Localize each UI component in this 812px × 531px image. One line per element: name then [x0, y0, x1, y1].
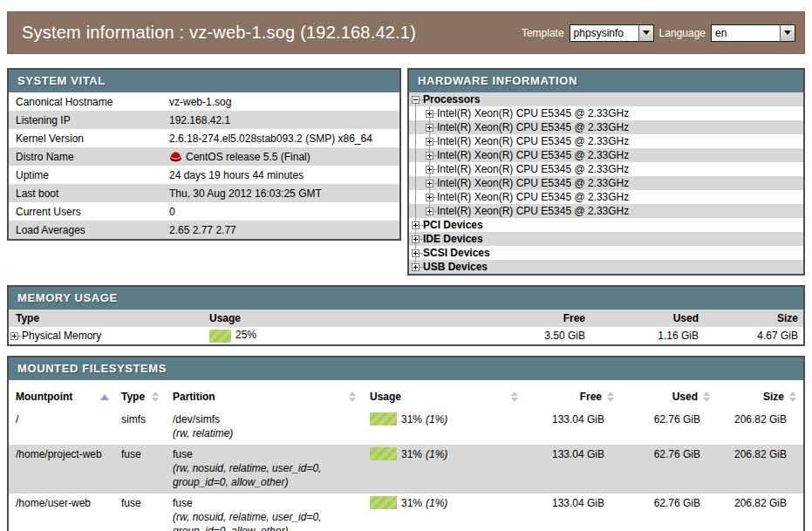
fs-partition: fuse — [173, 448, 193, 460]
tree-expand-icon[interactable] — [412, 263, 420, 271]
tree-item-pci-devices[interactable]: PCI Devices — [409, 218, 803, 232]
dropdown-arrow-icon[interactable] — [638, 25, 653, 41]
memory-panel: MEMORY USAGE Type Usage Free Used Size P… — [7, 285, 805, 346]
tree-expand-icon[interactable] — [426, 124, 433, 132]
tree-item-cpu[interactable]: Intel(R) Xeon(R) CPU E5345 @ 2.33GHz — [409, 204, 803, 218]
fs-mount-options: (rw, relatime) — [173, 427, 233, 439]
usage-bar — [370, 496, 397, 509]
fs-col-type[interactable]: Type — [114, 391, 166, 403]
filesystems-header-row: Mountpoint Type Partition Usage Free Use… — [9, 380, 803, 410]
fs-col-label: Free — [580, 391, 602, 403]
memory-col-type: Type — [9, 312, 209, 324]
tree-expand-icon[interactable] — [426, 180, 433, 187]
fs-used-value: 62.76 GiB — [621, 447, 717, 489]
tree-expand-icon[interactable] — [412, 249, 420, 257]
vital-value: 192.168.42.1 — [169, 114, 399, 126]
top-panels: SYSTEM VITAL Canonical Hostname vz-web-1… — [7, 68, 805, 276]
usage-inode-percent: (1%) — [426, 412, 447, 426]
filesystems-title: MOUNTED FILESYSTEMS — [9, 357, 803, 380]
tree-item-scsi-devices[interactable]: SCSI Devices — [409, 246, 803, 260]
fs-col-label: Size — [763, 391, 784, 403]
page-header: System information : vz-web-1.sog (192.1… — [7, 11, 805, 54]
tree-expand-icon[interactable] — [426, 110, 433, 118]
vital-label: Load Averages — [9, 224, 169, 236]
fs-col-usage[interactable]: Usage — [363, 391, 525, 403]
tree-item-cpu[interactable]: Intel(R) Xeon(R) CPU E5345 @ 2.33GHz — [409, 120, 803, 134]
cpu-label: Intel(R) Xeon(R) CPU E5345 @ 2.33GHz — [437, 107, 629, 119]
vital-label: Uptime — [9, 169, 169, 181]
tree-item-cpu[interactable]: Intel(R) Xeon(R) CPU E5345 @ 2.33GHz — [409, 148, 803, 162]
fs-used-value: 62.76 GiB — [621, 496, 717, 531]
sort-both-icon — [700, 391, 712, 402]
template-label: Template — [522, 27, 564, 39]
fs-partition-cell: fuse (rw, nosuid, relatime, user_id=0, g… — [166, 447, 363, 489]
tree-item-ide-devices[interactable]: IDE Devices — [409, 232, 803, 246]
fs-size-value: 206.82 GiB — [717, 447, 803, 489]
usage-inode-percent: (1%) — [426, 496, 447, 510]
vital-value: CentOS release 5.5 (Final) — [169, 151, 399, 163]
sort-both-icon — [604, 391, 616, 402]
fs-type: simfs — [114, 412, 166, 440]
tree-item-label: PCI Devices — [423, 219, 483, 231]
vital-value: vz-web-1.sog — [169, 96, 399, 108]
usage-percent: 31% — [401, 496, 422, 510]
memory-col-used: Used — [597, 312, 711, 324]
fs-size-value: 206.82 GiB — [717, 496, 803, 531]
tree-expand-icon[interactable] — [426, 152, 433, 160]
memory-size-value: 4.67 GiB — [711, 330, 803, 342]
tree-item-usb-devices[interactable]: USB Devices — [409, 260, 803, 274]
cpu-label: Intel(R) Xeon(R) CPU E5345 @ 2.33GHz — [437, 135, 629, 147]
usage-bar — [370, 447, 397, 460]
tree-expand-icon[interactable] — [412, 221, 420, 229]
tree-item-cpu[interactable]: Intel(R) Xeon(R) CPU E5345 @ 2.33GHz — [409, 134, 803, 148]
dropdown-arrow-icon[interactable] — [780, 25, 795, 41]
tree-expand-icon[interactable] — [426, 194, 433, 201]
vital-row: Kernel Version 2.6.18-274.el5.028stab093… — [9, 129, 399, 147]
cpu-label: Intel(R) Xeon(R) CPU E5345 @ 2.33GHz — [437, 121, 629, 133]
memory-used-value: 1.16 GiB — [597, 330, 711, 342]
usage-inode-percent: (1%) — [426, 447, 447, 461]
tree-expand-icon[interactable] — [412, 235, 420, 243]
template-select[interactable]: phpsysinfo — [570, 24, 654, 42]
vital-row: Distro Name CentOS release 5.5 (Final) — [9, 147, 399, 166]
tree-item-cpu[interactable]: Intel(R) Xeon(R) CPU E5345 @ 2.33GHz — [409, 106, 803, 120]
fs-col-label: Mountpoint — [16, 391, 72, 403]
usage-percent: 25% — [235, 329, 256, 341]
fs-partition: /dev/simfs — [173, 413, 220, 425]
tree-collapse-icon[interactable] — [412, 96, 420, 104]
fs-size-value: 206.82 GiB — [717, 412, 803, 440]
filesystems-panel: MOUNTED FILESYSTEMS Mountpoint Type Part… — [7, 356, 805, 531]
usage-percent: 31% — [401, 412, 422, 426]
fs-mountpoint: / — [9, 412, 114, 440]
tree-expand-icon[interactable] — [426, 208, 433, 215]
tree-item-label: Processors — [423, 93, 480, 106]
sort-both-icon — [149, 391, 160, 402]
fs-col-size[interactable]: Size — [717, 391, 803, 403]
language-label: Language — [659, 27, 706, 39]
tree-expand-icon[interactable] — [426, 138, 433, 146]
sort-asc-icon — [100, 394, 109, 400]
fs-mountpoint: /home/project-web — [9, 447, 114, 489]
language-select[interactable]: en — [711, 24, 795, 42]
tree-item-processors[interactable]: Processors — [409, 92, 803, 106]
fs-usage-cell: 31% (1%) — [363, 412, 525, 440]
distro-name: CentOS release 5.5 (Final) — [186, 151, 310, 163]
tree-item-cpu[interactable]: Intel(R) Xeon(R) CPU E5345 @ 2.33GHz — [409, 162, 803, 176]
fs-col-used[interactable]: Used — [621, 391, 717, 403]
cpu-label: Intel(R) Xeon(R) CPU E5345 @ 2.33GHz — [437, 149, 629, 161]
fs-col-free[interactable]: Free — [525, 391, 621, 403]
fs-partition: fuse — [173, 497, 193, 509]
fs-col-mountpoint[interactable]: Mountpoint — [9, 391, 114, 403]
tree-expand-icon[interactable] — [10, 332, 18, 340]
fs-col-partition[interactable]: Partition — [166, 391, 363, 403]
vital-value: 0 — [169, 206, 399, 218]
vital-value: 24 days 19 hours 44 minutes — [169, 169, 399, 181]
vital-label: Distro Name — [9, 151, 169, 163]
memory-free-value: 3.50 GiB — [493, 330, 597, 342]
template-select-value: phpsysinfo — [570, 25, 638, 41]
filesystem-row: / simfs /dev/simfs (rw, relatime) 31% (1… — [9, 410, 803, 445]
tree-item-cpu[interactable]: Intel(R) Xeon(R) CPU E5345 @ 2.33GHz — [409, 190, 803, 204]
tree-expand-icon[interactable] — [426, 166, 433, 174]
tree-item-label: SCSI Devices — [423, 247, 490, 259]
tree-item-cpu[interactable]: Intel(R) Xeon(R) CPU E5345 @ 2.33GHz — [409, 176, 803, 190]
